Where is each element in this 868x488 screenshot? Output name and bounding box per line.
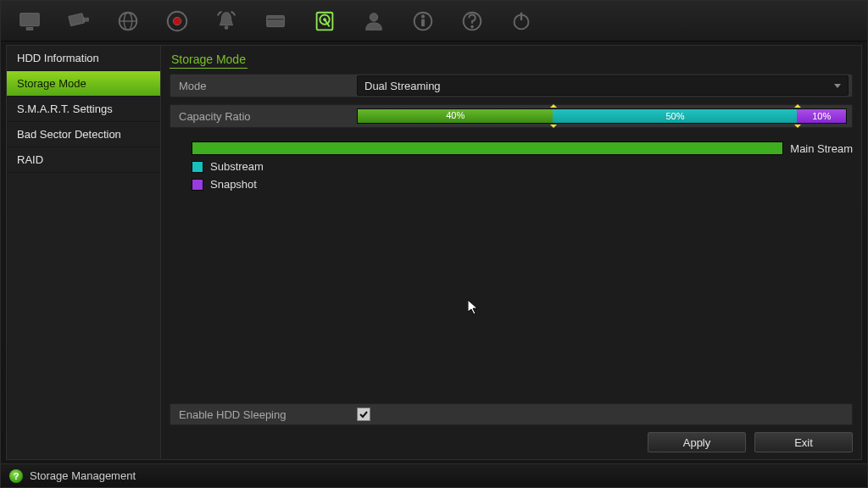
svg-point-8 [173,17,181,25]
status-title: Storage Management [30,469,136,482]
svg-rect-18 [422,19,425,26]
legend-label: Snapshot [210,178,257,191]
swatch-sub [192,161,203,173]
swatch-snap [192,179,203,191]
monitor-icon[interactable] [6,4,53,38]
legend-item-snap: Snapshot [192,178,853,191]
sidebar-item-raid[interactable]: RAID [7,147,160,173]
sidebar-item-label: RAID [17,153,43,166]
svg-rect-1 [26,27,33,30]
capacity-ratio-bar: 40% 50% 10% [357,108,847,124]
status-bar: ? Storage Management [1,463,867,487]
swatch-main [192,141,783,155]
segment-label: 40% [446,110,465,120]
sidebar-item-bad-sector[interactable]: Bad Sector Detection [7,122,160,147]
apply-button[interactable]: Apply [648,432,746,452]
hdd-sleeping-checkbox[interactable] [357,408,370,421]
card-icon[interactable] [252,4,299,38]
sidebar-item-label: S.M.A.R.T. Settings [17,103,113,115]
mode-label: Mode [170,80,357,92]
top-toolbar [1,1,867,42]
record-icon[interactable] [153,4,201,38]
main-panel: Storage Mode Mode Dual Streaming Capacit… [161,46,861,459]
segment-main-stream: 40% [358,109,553,123]
chevron-down-icon [834,84,841,88]
power-icon[interactable] [498,4,545,38]
svg-rect-10 [267,15,285,26]
svg-rect-11 [267,18,285,20]
svg-point-9 [225,25,228,29]
bell-icon[interactable] [203,4,250,38]
page-title: Storage Mode [170,51,248,69]
segment-snapshot: 10% [797,109,846,123]
sidebar: HDD Information Storage Mode S.M.A.R.T. … [7,46,161,459]
sidebar-item-label: Bad Sector Detection [17,128,121,141]
help-dot-icon[interactable]: ? [9,469,23,483]
hdd-sleeping-row: Enable HDD Sleeping [170,403,853,425]
svg-marker-2 [69,13,85,25]
svg-point-19 [421,14,424,17]
mode-value: Dual Streaming [364,80,441,92]
legend: Main Stream Substream Snapshot [192,141,853,191]
segment-substream: 50% [553,109,797,123]
svg-rect-3 [84,18,89,21]
help-icon[interactable] [448,4,496,38]
segment-label: 10% [812,111,831,121]
mode-row: Mode Dual Streaming [170,74,853,97]
action-bar: Apply Exit [170,432,853,452]
legend-label: Substream [210,160,264,173]
sidebar-item-label: HDD Information [17,52,99,64]
segment-label: 50% [665,111,684,121]
legend-item-main: Main Stream [192,141,853,155]
svg-point-21 [471,25,474,28]
hdd-sleeping-label: Enable HDD Sleeping [170,408,357,421]
exit-button[interactable]: Exit [754,432,853,452]
sidebar-item-smart-settings[interactable]: S.M.A.R.T. Settings [7,97,160,122]
mode-select[interactable]: Dual Streaming [357,75,849,96]
sidebar-item-label: Storage Mode [17,77,86,90]
globe-icon[interactable] [104,4,152,38]
info-icon[interactable] [399,4,447,38]
user-icon[interactable] [350,4,398,38]
sidebar-item-storage-mode[interactable]: Storage Mode [7,71,160,97]
sidebar-item-hdd-information[interactable]: HDD Information [7,46,160,71]
svg-rect-0 [20,13,40,25]
hdd-icon[interactable] [301,4,348,38]
legend-item-sub: Substream [192,160,853,173]
capacity-row: Capacity Ratio 40% 50% 10% [170,104,853,128]
legend-label: Main Stream [790,142,853,155]
capacity-label: Capacity Ratio [170,110,357,123]
svg-point-16 [370,13,377,20]
camera-icon[interactable] [55,4,103,38]
